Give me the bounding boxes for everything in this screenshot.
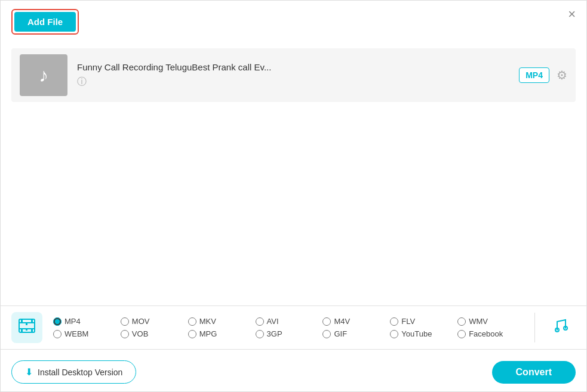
radio-youtube[interactable] — [390, 330, 398, 338]
radio-mp4[interactable] — [53, 317, 62, 326]
add-file-wrapper: Add File — [11, 9, 79, 35]
format-badge[interactable]: MP4 — [519, 67, 549, 83]
radio-vob[interactable] — [121, 330, 129, 338]
format-option-youtube[interactable]: YouTube — [390, 329, 457, 338]
install-desktop-button[interactable]: ⬇ Install Desktop Version — [11, 360, 136, 384]
toolbar: Add File — [11, 9, 79, 35]
file-list: ♪ Funny Call Recording TeluguBest Prank … — [11, 48, 576, 102]
svg-rect-3 — [21, 319, 23, 322]
settings-icon[interactable]: ⚙ — [557, 68, 567, 82]
svg-rect-6 — [31, 329, 33, 332]
film-icon — [18, 317, 36, 339]
format-option-flv[interactable]: FLV — [390, 317, 457, 326]
radio-avi[interactable] — [256, 317, 264, 326]
close-icon: × — [568, 7, 576, 21]
download-icon: ⬇ — [25, 366, 33, 378]
info-icon[interactable]: ⓘ — [77, 76, 87, 87]
format-bar: MP4 MOV MKV AVI M4V FLV WMV WEBM VOB MPG — [1, 305, 586, 350]
file-item: ♪ Funny Call Recording TeluguBest Prank … — [11, 48, 576, 102]
format-option-webm[interactable]: WEBM — [53, 329, 121, 338]
video-format-icon[interactable] — [11, 312, 42, 343]
formats-grid: MP4 MOV MKV AVI M4V FLV WMV WEBM VOB MPG — [53, 317, 525, 338]
svg-rect-4 — [31, 319, 33, 322]
format-option-m4v[interactable]: M4V — [322, 317, 390, 326]
format-option-vob[interactable]: VOB — [121, 329, 188, 338]
music-thumbnail-icon: ♪ — [39, 64, 48, 87]
svg-rect-8 — [26, 329, 27, 331]
file-info: Funny Call Recording TeluguBest Prank ca… — [77, 62, 509, 88]
radio-facebook[interactable] — [457, 330, 466, 338]
format-option-mpg[interactable]: MPG — [188, 329, 256, 338]
format-option-gif[interactable]: GIF — [322, 329, 390, 338]
svg-rect-5 — [21, 329, 23, 332]
audio-note-icon — [551, 317, 569, 339]
radio-m4v[interactable] — [322, 317, 331, 326]
convert-button[interactable]: Convert — [492, 361, 576, 384]
format-option-facebook[interactable]: Facebook — [457, 329, 525, 338]
format-option-mkv[interactable]: MKV — [188, 317, 256, 326]
add-file-button[interactable]: Add File — [14, 12, 76, 32]
audio-format-icon[interactable] — [545, 312, 576, 343]
format-option-wmv[interactable]: WMV — [457, 317, 525, 326]
radio-wmv[interactable] — [457, 317, 466, 326]
radio-mkv[interactable] — [188, 317, 196, 326]
bottom-bar: ⬇ Install Desktop Version Convert — [1, 353, 586, 391]
install-label: Install Desktop Version — [38, 368, 122, 377]
format-option-3gp[interactable]: 3GP — [256, 329, 323, 338]
file-name: Funny Call Recording TeluguBest Prank ca… — [77, 62, 509, 72]
radio-gif[interactable] — [322, 330, 331, 338]
svg-rect-2 — [19, 328, 35, 329]
radio-flv[interactable] — [390, 317, 398, 326]
radio-webm[interactable] — [53, 330, 62, 338]
format-option-mov[interactable]: MOV — [121, 317, 188, 326]
format-divider — [534, 313, 535, 342]
format-option-mp4[interactable]: MP4 — [53, 317, 121, 326]
close-button[interactable]: × — [568, 8, 576, 21]
file-thumbnail: ♪ — [20, 54, 67, 96]
radio-3gp[interactable] — [256, 330, 264, 338]
radio-mov[interactable] — [121, 317, 129, 326]
svg-rect-7 — [26, 322, 27, 325]
format-option-avi[interactable]: AVI — [256, 317, 323, 326]
file-actions: MP4 ⚙ — [519, 67, 567, 83]
radio-mpg[interactable] — [188, 330, 196, 338]
